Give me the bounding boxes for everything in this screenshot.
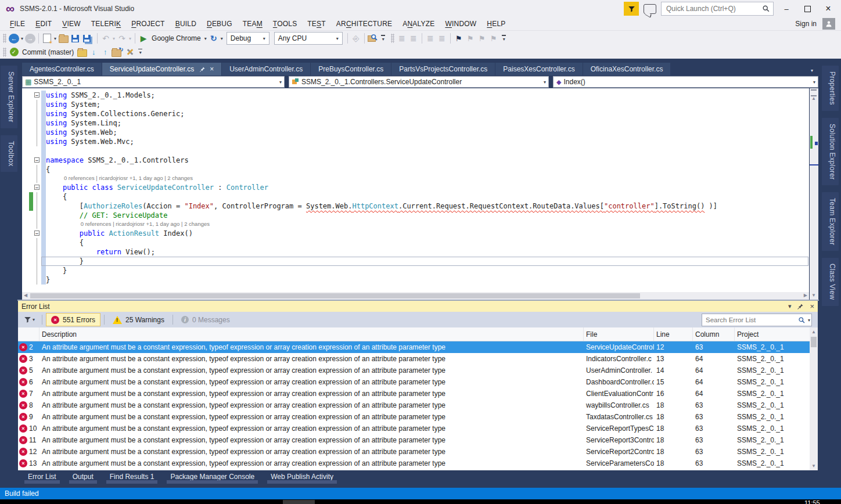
undo-caret-icon[interactable]: ▾	[113, 36, 115, 41]
new-file-button[interactable]	[42, 33, 52, 44]
tab-oficinaxescontroller-cs[interactable]: OficinaXesController.cs	[583, 63, 671, 75]
menu-build[interactable]: BUILD	[170, 18, 202, 30]
code-editor[interactable]: −using SSMS_2._0._1.Models;using System;…	[22, 88, 809, 300]
notifications-funnel-icon[interactable]	[624, 2, 639, 16]
navigate-forward-button[interactable]: →	[25, 34, 35, 44]
error-search-input[interactable]	[702, 316, 798, 323]
fold-collapse-icon[interactable]: −	[34, 231, 39, 236]
warnings-filter-button[interactable]: 25 Warnings	[108, 314, 169, 326]
navigate-back-button[interactable]: ←	[9, 34, 19, 44]
new-file-caret-icon[interactable]: ▾	[54, 36, 56, 41]
error-row[interactable]: ×6An attribute argument must be a consta…	[18, 376, 818, 388]
taskbar-item[interactable]	[283, 500, 315, 504]
attach-to-process-button[interactable]: ⎆	[351, 33, 361, 44]
restore-button[interactable]	[799, 2, 815, 15]
error-row[interactable]: ×13An attribute argument must be a const…	[18, 458, 818, 469]
column-header-description[interactable]: Description	[39, 327, 584, 341]
toolbar-grip[interactable]	[3, 48, 6, 57]
clear-bookmarks-button[interactable]: ⚑	[488, 33, 499, 44]
open-file-button[interactable]	[58, 33, 69, 44]
quick-launch-input[interactable]	[662, 5, 762, 13]
column-header-project[interactable]: Project	[735, 327, 818, 341]
toggle-bookmark-button[interactable]: ⚑	[454, 33, 464, 44]
increase-indent-button[interactable]: ≣	[437, 33, 447, 44]
error-row[interactable]: ×8An attribute argument must be a consta…	[18, 399, 818, 411]
branch-label[interactable]: Commit (master)	[22, 48, 74, 56]
error-list-title-bar[interactable]: Error List ▾ ×	[18, 301, 818, 312]
scroll-right-icon[interactable]: ▶	[804, 293, 807, 298]
scroll-up-icon[interactable]: ▲	[811, 329, 816, 334]
find-in-files-button[interactable]	[368, 33, 378, 44]
panel-tab-error-list[interactable]: Error List	[22, 470, 62, 485]
fold-collapse-icon[interactable]: −	[34, 185, 39, 190]
menu-architecture[interactable]: ARCHITECTURE	[331, 18, 397, 30]
codelens-text[interactable]: 0 references | ricardojriosr +1, 1 day a…	[46, 174, 193, 183]
redo-caret-icon[interactable]: ▾	[129, 36, 131, 41]
sidebar-tab-class-view[interactable]: Class View	[822, 258, 839, 305]
restart-button[interactable]: ↻	[209, 33, 219, 44]
save-all-button[interactable]	[81, 33, 92, 44]
column-header-line[interactable]: Line	[654, 327, 693, 341]
type-dropdown[interactable]: SSMS_2._0._1.Controllers.ServiceUpdateCo…	[289, 76, 549, 88]
menu-debug[interactable]: DEBUG	[202, 18, 238, 30]
messages-filter-button[interactable]: i 0 Messages	[177, 314, 235, 326]
user-avatar-icon[interactable]	[822, 18, 835, 30]
window-position-caret-icon[interactable]: ▾	[788, 303, 792, 310]
tab-partsvsprojectscontroller-cs[interactable]: PartsVsProjectsController.cs	[391, 63, 495, 75]
feedback-icon[interactable]	[644, 4, 656, 14]
menu-help[interactable]: HELP	[481, 18, 511, 30]
menu-tools[interactable]: TOOLS	[268, 18, 302, 30]
minimize-button[interactable]: –	[778, 2, 795, 15]
error-row[interactable]: ×3An attribute argument must be a consta…	[18, 353, 818, 365]
toolbar-overflow-icon[interactable]: ▾	[502, 35, 506, 42]
close-icon[interactable]: ×	[810, 302, 814, 311]
pin-icon[interactable]	[797, 303, 804, 310]
panel-tab-web-publish-activity[interactable]: Web Publish Activity	[265, 470, 339, 485]
tab-paisesxescontroller-cs[interactable]: PaisesXesController.cs	[495, 63, 582, 75]
error-row[interactable]: ×12An attribute argument must be a const…	[18, 446, 818, 458]
git-settings-button[interactable]	[125, 46, 135, 58]
error-row[interactable]: ×7An attribute argument must be a consta…	[18, 388, 818, 399]
restart-caret-icon[interactable]: ▾	[221, 36, 223, 41]
git-push-button[interactable]: ↑	[100, 46, 110, 58]
close-icon[interactable]: ×	[210, 65, 214, 73]
error-list-scrollbar[interactable]: ▲ ▼	[810, 327, 818, 470]
pin-icon[interactable]	[199, 66, 206, 73]
fold-collapse-icon[interactable]: −	[34, 92, 39, 98]
redo-button[interactable]: ↷	[117, 33, 127, 44]
comment-selection-button[interactable]: ≣	[397, 33, 407, 44]
member-dropdown[interactable]: ◆ Index() ▾	[553, 76, 818, 88]
menu-analyze[interactable]: ANALYZE	[397, 18, 440, 30]
errors-filter-button[interactable]: × 551 Errors	[46, 313, 100, 326]
editor-horizontal-scrollbar[interactable]: ◀ ▶	[22, 292, 809, 300]
toolbar-overflow-icon[interactable]: ▾	[381, 35, 386, 42]
tab-prebuyscontroller-cs[interactable]: PreBuysController.cs	[311, 63, 391, 75]
close-button[interactable]: ×	[820, 2, 836, 15]
start-debug-button[interactable]: ▶	[138, 33, 149, 44]
project-dropdown[interactable]: ▦ SSMS_2._0._1 ▾	[22, 76, 285, 88]
error-row[interactable]: ×10An attribute argument must be a const…	[18, 423, 818, 434]
filter-button[interactable]: ▾	[21, 314, 38, 326]
tab-serviceupdatecontroller-cs[interactable]: ServiceUpdateController.cs×	[102, 63, 221, 75]
column-header-icon[interactable]	[18, 327, 39, 341]
solution-platform-combo[interactable]: Any CPU▾	[274, 32, 343, 45]
search-caret-icon[interactable]: ▾	[808, 318, 810, 323]
panel-tab-output[interactable]: Output	[67, 470, 99, 485]
git-sync-button[interactable]: ↻	[112, 46, 123, 58]
menu-telerik[interactable]: TELERIK	[86, 18, 126, 30]
scrollbar-thumb[interactable]	[30, 293, 640, 298]
sidebar-tab-server-explorer[interactable]: Server Explorer	[1, 66, 17, 128]
decrease-indent-button[interactable]: ≣	[425, 33, 436, 44]
menu-edit[interactable]: EDIT	[30, 18, 57, 30]
solution-configuration-combo[interactable]: Debug▾	[227, 32, 269, 45]
toolbar-overflow-icon[interactable]: ▾	[138, 49, 143, 56]
tab-list-overflow-icon[interactable]: ▾	[811, 64, 838, 74]
repository-button[interactable]	[77, 46, 87, 58]
scrollbar-thumb[interactable]	[811, 337, 817, 347]
error-row[interactable]: ×11An attribute argument must be a const…	[18, 434, 818, 446]
git-pull-button[interactable]: ↓	[88, 46, 99, 58]
menu-file[interactable]: FILE	[5, 18, 30, 30]
tab-useradmincontroller-cs[interactable]: UserAdminController.cs	[222, 63, 310, 75]
run-target-caret-icon[interactable]: ▾	[204, 36, 207, 41]
column-header-file[interactable]: File	[584, 327, 654, 341]
